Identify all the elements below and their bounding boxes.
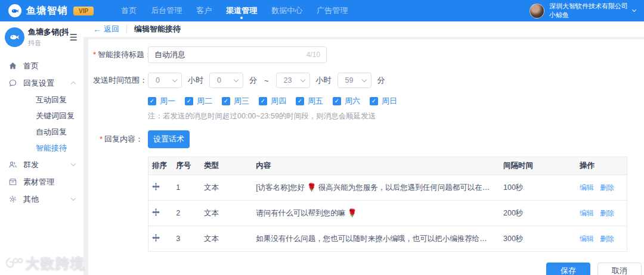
sidebar-item-reply-settings[interactable]: 回复设置 [0, 74, 83, 92]
table-header-row: 排序 序号 类型 内容 间隔时间 操作 [148, 157, 627, 175]
row-interval: 100秒 [499, 175, 575, 201]
row-interval: 300秒 [499, 226, 575, 252]
edit-link[interactable]: 编辑 [580, 209, 594, 217]
checkbox-checked-icon: ✓ [185, 97, 193, 105]
reply-table: 排序 序号 类型 内容 间隔时间 操作 1 文本 [148, 157, 627, 252]
app-window: 鱼塘智销 VIP 首页 后台管理 客户 渠道管理 数据中心 广告管理 深圳大智软… [0, 0, 644, 275]
workspace-title: 鱼塘多销(抖... [28, 27, 69, 38]
end-minute-select[interactable]: 59 [338, 73, 371, 88]
nav-customers[interactable]: 客户 [196, 0, 212, 21]
brand-name: 鱼塘智销 [26, 5, 68, 17]
page-title: 编辑智能接待 [134, 24, 181, 35]
sidebar-item-material-management[interactable]: 素材管理 [0, 173, 83, 190]
row-seq: 1 [171, 175, 199, 201]
char-counter: 4/10 [306, 51, 320, 59]
brand[interactable]: 鱼塘智销 VIP [8, 4, 94, 17]
minute-unit-label: 分 [249, 75, 257, 86]
checkbox-checked-icon: ✓ [222, 97, 230, 105]
end-hour-select[interactable]: 23 [276, 73, 310, 88]
time-range-label: 发送时间范围： [93, 75, 143, 86]
nav-data-center[interactable]: 数据中心 [271, 0, 302, 21]
chevron-down-icon [632, 8, 636, 12]
user-company: 深圳大智软件技术有限公司 [549, 2, 628, 11]
required-mark: * [93, 50, 96, 59]
checkbox-checked-icon: ✓ [259, 97, 267, 105]
col-interval: 间隔时间 [499, 157, 575, 175]
row-type: 文本 [199, 226, 251, 252]
weekday-checkbox-friday[interactable]: ✓周五 [296, 96, 323, 107]
sidebar-item-smart-reception[interactable]: 智能接待 [0, 140, 83, 156]
workspace-fish-icon [5, 27, 24, 47]
sidebar-item-keyword-reply[interactable]: 关键词回复 [0, 108, 83, 124]
col-actions: 操作 [575, 157, 627, 175]
row-seq: 2 [171, 201, 199, 226]
row-content: 请问有什么可以帮到您的嘛 🌹 [251, 201, 499, 226]
workspace-subtitle: 抖音 [28, 39, 69, 48]
chat-icon [8, 79, 17, 88]
nav-backend-management[interactable]: 后台管理 [151, 0, 182, 21]
table-row: 1 文本 [访客名称]您好 🌹 很高兴能为您服务，以后您遇到任何问题都可以在这里… [148, 175, 627, 201]
required-mark: * [100, 135, 103, 143]
table-row: 3 文本 如果没有什么问题，您也可以随时来撩小编哦，也可以把小编推荐给您身边其他… [148, 226, 627, 252]
sidebar-menu: 首页 回复设置 互动回复 关键词回复 自动回复 智能接待 群发 [0, 52, 83, 208]
title-row: *智能接待标题： 自动消息 4/10 [93, 46, 644, 63]
sidebar-item-auto-reply[interactable]: 自动回复 [0, 124, 83, 140]
time-note: 注：若发送的消息时间超过00:00~23:59的时间段，则消息会顺延发送 [148, 111, 644, 121]
reception-title-input[interactable]: 自动消息 4/10 [148, 46, 327, 63]
edit-link[interactable]: 编辑 [580, 235, 594, 243]
edit-link[interactable]: 编辑 [580, 183, 594, 192]
checkbox-checked-icon: ✓ [296, 97, 304, 105]
sidebar-item-interactive-reply[interactable]: 互动回复 [0, 92, 83, 108]
delete-link[interactable]: 删除 [600, 183, 614, 192]
header-divider [126, 25, 127, 33]
nav-home[interactable]: 首页 [121, 0, 137, 21]
weekday-row: ✓周一 ✓周二 ✓周三 ✓周四 ✓周五 ✓周六 ✓周日 [148, 96, 644, 107]
chevron-down-icon [71, 161, 76, 166]
back-button[interactable]: ← 返回 [93, 24, 119, 35]
workspace-switcher[interactable]: 鱼塘多销(抖... 抖音 ☰ [0, 21, 83, 52]
weekday-checkbox-sunday[interactable]: ✓周日 [370, 96, 397, 107]
delete-link[interactable]: 删除 [600, 235, 614, 243]
chevron-down-icon [300, 77, 305, 82]
row-seq: 3 [171, 226, 199, 252]
user-name: 小鲸鱼 [549, 11, 628, 20]
weekday-checkbox-wednesday[interactable]: ✓周三 [222, 96, 249, 107]
delete-link[interactable]: 删除 [600, 209, 614, 217]
page-header: ← 返回 编辑智能接待 [83, 21, 644, 37]
user-menu[interactable]: 深圳大智软件技术有限公司 小鲸鱼 [530, 2, 636, 20]
back-arrow-icon: ← [93, 25, 101, 34]
weekday-checkbox-thursday[interactable]: ✓周四 [259, 96, 286, 107]
weekday-checkbox-tuesday[interactable]: ✓周二 [185, 96, 212, 107]
cancel-button[interactable]: 取消 [597, 262, 642, 275]
sidebar-item-other[interactable]: 其他 [0, 190, 83, 208]
drag-handle-icon[interactable] [152, 234, 160, 242]
chevron-down-icon [71, 196, 76, 201]
reply-content-label: *回复内容： [93, 134, 143, 145]
save-button[interactable]: 保存 [546, 262, 590, 275]
drag-handle-icon[interactable] [152, 208, 160, 216]
gear-icon [8, 195, 17, 204]
set-script-button[interactable]: 设置话术 [148, 130, 190, 148]
sidebar: 鱼塘多销(抖... 抖音 ☰ 首页 回复设置 互动回复 关键词回复 自动回复 [0, 21, 83, 275]
sidebar-item-home[interactable]: 首页 [0, 57, 83, 74]
start-hour-select[interactable]: 0 [148, 73, 182, 88]
nav-ad-management[interactable]: 广告管理 [317, 0, 348, 21]
top-nav: 首页 后台管理 客户 渠道管理 数据中心 广告管理 [121, 0, 348, 21]
col-seq: 序号 [171, 157, 199, 175]
time-range-row: 发送时间范围： 0 小时 0 分 ~ 23 小时 59 分 [93, 73, 644, 88]
home-icon [8, 61, 17, 70]
weekday-checkbox-saturday[interactable]: ✓周六 [333, 96, 360, 107]
weekday-checkbox-monday[interactable]: ✓周一 [148, 96, 175, 107]
hour-unit-label: 小时 [188, 75, 203, 86]
start-minute-select[interactable]: 0 [209, 73, 243, 88]
row-content: [访客名称]您好 🌹 很高兴能为您服务，以后您遇到任何问题都可以在这里反馈，我会… [251, 175, 499, 201]
people-icon [8, 160, 17, 169]
drag-handle-icon[interactable] [152, 183, 160, 190]
sidebar-item-mass-send[interactable]: 群发 [0, 156, 83, 173]
collapse-sidebar-icon[interactable]: ☰ [69, 32, 79, 43]
vip-badge: VIP [73, 7, 94, 15]
chevron-down-icon [172, 77, 177, 82]
topbar: 鱼塘智销 VIP 首页 后台管理 客户 渠道管理 数据中心 广告管理 深圳大智软… [0, 0, 644, 21]
row-content: 如果没有什么问题，您也可以随时来撩小编哦，也可以把小编推荐给您身边其他需要... [251, 226, 499, 252]
nav-channel-management[interactable]: 渠道管理 [226, 0, 257, 21]
